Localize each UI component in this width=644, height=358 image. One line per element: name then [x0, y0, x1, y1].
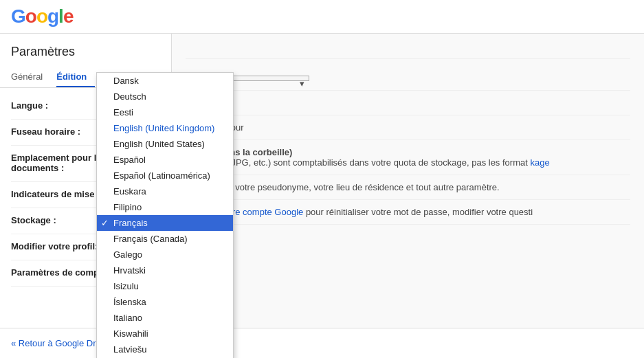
language-option[interactable]: Latviešu — [97, 342, 233, 357]
language-option[interactable]: Eesti — [97, 104, 233, 120]
header: Google — [0, 0, 644, 34]
language-option[interactable]: Filipino — [97, 199, 233, 215]
stockage-link[interactable]: kage — [530, 157, 549, 168]
language-dropdown-menu[interactable]: DanskDeutschEestiEnglish (United Kingdom… — [96, 72, 234, 358]
tab-edition[interactable]: Édition — [56, 67, 95, 87]
stockage-value: o (3 Mo dans la corbeille) DF, .DOC, .JP… — [186, 147, 630, 168]
language-option[interactable]: Français — [97, 215, 233, 231]
stockage-row: o (3 Mo dans la corbeille) DF, .DOC, .JP… — [186, 140, 630, 175]
profil-row: our modifier votre pseudonyme, votre lie… — [186, 175, 630, 200]
language-option[interactable]: Español — [97, 152, 233, 168]
compte-value: ètres de votre compte Google pour réinit… — [186, 207, 630, 217]
stockage-desc: DF, .DOC, .JPG, etc.) sont comptabilisés… — [186, 157, 630, 168]
indicateurs-value: ents mis à jour — [186, 122, 630, 133]
language-option[interactable]: Kiswahili — [97, 326, 233, 342]
language-option[interactable]: Euskara — [97, 183, 233, 199]
fuseau-row — [186, 66, 630, 91]
compte-row: ètres de votre compte Google pour réinit… — [186, 200, 630, 225]
google-logo: Google — [11, 5, 73, 27]
documents-value: e — [186, 98, 630, 108]
language-option[interactable]: Isizulu — [97, 278, 233, 294]
compte-desc2: pour réinitialiser votre mot de passe, m… — [306, 207, 533, 217]
language-option[interactable]: English (United States) — [97, 136, 233, 152]
language-option[interactable]: Dansk — [97, 73, 233, 89]
stockage-title: o (3 Mo dans la corbeille) — [186, 147, 630, 157]
language-option[interactable]: Hrvatski — [97, 262, 233, 278]
language-option[interactable]: English (United Kingdom) — [97, 120, 233, 136]
language-option[interactable]: Galego — [97, 247, 233, 262]
tab-general[interactable]: Général — [11, 67, 51, 87]
language-option[interactable]: Español (Latinoamérica) — [97, 168, 233, 183]
profil-value: our modifier votre pseudonyme, votre lie… — [186, 182, 630, 192]
page-title: Paramètres — [0, 45, 171, 67]
language-option[interactable]: Deutsch — [97, 89, 233, 104]
back-link[interactable]: « Retour à Google Drive — [11, 338, 107, 348]
langue-row: DanskDeutschEestiEnglish (United Kingdom… — [186, 45, 630, 59]
language-option[interactable]: Italiano — [97, 310, 233, 326]
language-dropdown: DanskDeutschEestiEnglish (United Kingdom… — [96, 72, 234, 358]
content-area: DanskDeutschEestiEnglish (United Kingdom… — [172, 34, 644, 358]
language-option[interactable]: Français (Canada) — [97, 231, 233, 247]
documents-row: e — [186, 91, 630, 115]
language-option[interactable]: Íslenska — [97, 294, 233, 310]
fuseau-value — [186, 73, 630, 83]
main-container: Paramètres Général Édition Langue : Fuse… — [0, 34, 644, 358]
indicateurs-row: ents mis à jour — [186, 115, 630, 140]
